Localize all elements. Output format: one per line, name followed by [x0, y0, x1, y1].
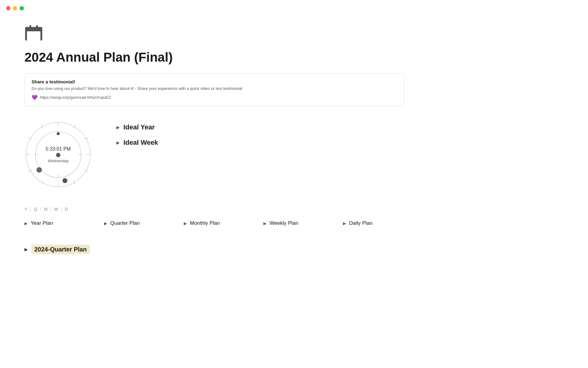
- heart-icon: 💜: [32, 94, 38, 100]
- quarter-plan-section[interactable]: ▶ 2024-Quarter Plan: [24, 245, 404, 254]
- testimonial-title: Share a testimonial!: [32, 79, 397, 84]
- daily-plan-label: Daily Plan: [349, 220, 373, 226]
- clock-time: 5:33:01 PM: [46, 146, 71, 152]
- testimonial-description: Do you love using our product? We'd love…: [32, 86, 397, 91]
- nav-sep-1: |: [30, 207, 32, 212]
- ideal-week-item[interactable]: ▶ Ideal Week: [116, 139, 158, 147]
- monthly-plan-label: Monthly Plan: [190, 220, 220, 226]
- ideal-week-label: Ideal Week: [123, 139, 158, 147]
- monthly-plan-item[interactable]: ▶ Monthly Plan: [184, 220, 263, 226]
- year-plan-triangle-icon: ▶: [24, 221, 28, 226]
- quarter-plan-item[interactable]: ▶ Quarter Plan: [104, 220, 184, 226]
- main-content: 2024 Annual Plan (Final) Share a testimo…: [0, 0, 429, 273]
- nav-sep-2: |: [40, 207, 42, 212]
- clock-section: 5:33:01 PM Wednesday ▶ Ideal Year ▶ Idea…: [24, 121, 404, 188]
- quarter-plan-label: Quarter Plan: [110, 220, 140, 226]
- quarter-section-triangle-icon: ▶: [24, 247, 28, 252]
- weekly-plan-item[interactable]: ▶ Weekly Plan: [263, 220, 343, 226]
- ideal-items-list: ▶ Ideal Year ▶ Ideal Week: [116, 121, 158, 147]
- svg-rect-1: [25, 27, 42, 31]
- nav-item-q[interactable]: Q: [34, 207, 38, 212]
- ideal-year-triangle-icon: ▶: [116, 125, 120, 130]
- nav-sep-4: |: [61, 207, 62, 212]
- quarter-plan-triangle-icon: ▶: [104, 221, 107, 226]
- nav-item-y[interactable]: Y: [24, 207, 28, 212]
- daily-plan-item[interactable]: ▶ Daily Plan: [343, 220, 423, 226]
- ideal-week-triangle-icon: ▶: [116, 140, 120, 145]
- year-plan-item[interactable]: ▶ Year Plan: [24, 220, 104, 226]
- quarter-section-label: 2024-Quarter Plan: [31, 245, 90, 254]
- svg-rect-4: [36, 25, 38, 29]
- svg-rect-2: [27, 31, 40, 40]
- year-plan-label: Year Plan: [31, 220, 53, 226]
- ideal-year-item[interactable]: ▶ Ideal Year: [116, 123, 158, 131]
- calendar-icon: [24, 25, 43, 41]
- nav-sep-3: |: [50, 207, 52, 212]
- plan-row: ▶ Year Plan ▶ Quarter Plan ▶ Monthly Pla…: [24, 220, 404, 226]
- page-title: 2024 Annual Plan (Final): [24, 50, 404, 65]
- nav-item-w[interactable]: W: [54, 207, 58, 212]
- clock-widget: 5:33:01 PM Wednesday: [24, 121, 92, 188]
- testimonial-link-row: 💜 https://senja.io/p/gumroad-hHu/r/rcpuE…: [32, 94, 397, 100]
- testimonial-link[interactable]: https://senja.io/p/gumroad-hHu/r/rcpuEZ: [40, 95, 111, 100]
- testimonial-box: Share a testimonial! Do you love using o…: [24, 73, 404, 106]
- minimize-button[interactable]: [13, 6, 17, 10]
- clock-inner: 5:33:01 PM Wednesday: [46, 146, 71, 163]
- svg-rect-3: [29, 25, 31, 29]
- weekly-plan-triangle-icon: ▶: [263, 221, 266, 226]
- traffic-lights: [6, 6, 24, 10]
- clock-center-dot: [56, 153, 60, 157]
- clock-day: Wednesday: [46, 159, 71, 163]
- nav-item-d[interactable]: D: [65, 207, 68, 212]
- nav-bar: Y | Q | M | W | D: [24, 207, 404, 212]
- weekly-plan-label: Weekly Plan: [270, 220, 298, 226]
- svg-point-23: [57, 132, 60, 135]
- svg-point-24: [36, 167, 42, 173]
- nav-item-m[interactable]: M: [44, 207, 48, 212]
- monthly-plan-triangle-icon: ▶: [184, 221, 187, 226]
- close-button[interactable]: [6, 6, 10, 10]
- calendar-icon-wrapper: [24, 25, 404, 43]
- ideal-year-label: Ideal Year: [123, 123, 155, 131]
- daily-plan-triangle-icon: ▶: [343, 221, 346, 226]
- fullscreen-button[interactable]: [20, 6, 24, 10]
- svg-point-25: [62, 178, 67, 183]
